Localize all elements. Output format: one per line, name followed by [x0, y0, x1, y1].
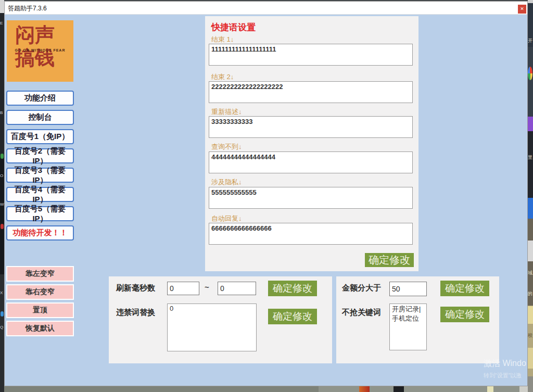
banned-words-textarea[interactable]: 0	[167, 304, 257, 351]
app-logo: 闷声 搞钱 GO ON WITHOUT FEAR	[7, 20, 73, 82]
desktop-icon-fragment	[528, 67, 532, 80]
end2-textarea[interactable]: 2222222222222222222	[209, 81, 413, 103]
desktop-fragment: E	[0, 21, 4, 26]
refresh-min-input[interactable]	[167, 282, 199, 295]
amount-confirm-button[interactable]: 确定修改	[440, 281, 489, 296]
sidebar-item-in-development[interactable]: 功能待开发！！	[6, 225, 74, 241]
keywords-textarea[interactable]: 开房记录| 手机定位	[389, 304, 427, 350]
logo-text-top: 闷声	[7, 23, 73, 46]
field-label-redescribe: 重新描述↓	[211, 107, 242, 117]
narrow-left-button[interactable]: 靠左变窄	[6, 266, 74, 282]
not-found-textarea[interactable]: 44444444444444444	[209, 151, 413, 173]
redescribe-textarea[interactable]: 33333333333	[209, 116, 413, 138]
pin-top-button[interactable]: 置顶	[6, 302, 74, 318]
end1-textarea[interactable]: 1111111111111111111	[209, 44, 413, 66]
desktop-icon-fragment	[394, 386, 404, 392]
window-title: 答题助手7.3.6	[8, 4, 47, 13]
window-client-area: 闷声 搞钱 GO ON WITHOUT FEAR 功能介绍 控制台 百度号1（免…	[5, 15, 527, 386]
keywords-confirm-button[interactable]: 确定修改	[440, 307, 489, 322]
desktop-fragment: X	[0, 290, 4, 295]
sidebar-item-baidu2[interactable]: 百度号2（需要IP）	[6, 148, 74, 163]
desktop-icon-fragment	[528, 306, 533, 324]
desktop-fragment: 域	[528, 270, 533, 276]
desktop-fragment: 的	[528, 290, 533, 297]
amount-label: 金额分大于	[342, 283, 381, 293]
desktop-fragment: 开	[528, 37, 533, 44]
sidebar-item-feature-intro[interactable]: 功能介绍	[6, 91, 74, 106]
logo-subtitle: GO ON WITHOUT FEAR	[7, 48, 73, 52]
desktop-icon-fragment	[519, 386, 528, 392]
refresh-confirm-button[interactable]: 确定修改	[268, 281, 317, 296]
field-label-end2: 结束 2↓	[211, 72, 234, 82]
quick-confirm-button[interactable]: 确定修改	[365, 253, 414, 267]
field-label-privacy: 涉及隐私↓	[211, 178, 242, 187]
refresh-ms-label: 刷新毫秒数	[116, 283, 155, 293]
desktop-icon-fragment	[1, 154, 4, 159]
desktop-fragment: W	[0, 202, 4, 207]
desktop-right-strip: 开 里 域 的 校	[528, 0, 533, 392]
desktop-icon-fragment	[528, 241, 533, 261]
desktop-icon-fragment	[359, 386, 370, 392]
quick-phrases-title: 快捷语设置	[211, 21, 256, 33]
desktop-icon-fragment	[528, 198, 533, 219]
narrow-right-button[interactable]: 靠右变窄	[6, 284, 74, 300]
desktop-fragment: 校	[528, 332, 533, 339]
refresh-settings-panel: 刷新毫秒数 ~ 确定修改 违禁词替换 0 确定修改	[109, 276, 332, 363]
field-label-end1: 结束 1↓	[211, 35, 234, 44]
desktop-icon-fragment	[487, 386, 493, 392]
keywords-label: 不抢关键词	[342, 308, 381, 318]
close-button[interactable]: ✕	[518, 5, 526, 14]
refresh-max-input[interactable]	[218, 282, 256, 295]
restore-default-button[interactable]: 恢复默认	[6, 321, 74, 336]
windows-activation-watermark: 激活 Windo 转到“设置”以激	[484, 358, 530, 380]
desktop-left-strip: E B O W X Q	[0, 0, 4, 392]
app-window: 答题助手7.3.6 ✕ 闷声 搞钱 GO ON WITHOUT FEAR 功能介…	[4, 1, 528, 386]
auto-reply-textarea[interactable]: 6666666666666666	[209, 223, 413, 245]
privacy-textarea[interactable]: 555555555555	[209, 187, 413, 209]
sidebar-item-baidu3[interactable]: 百度号3（需要IP）	[6, 168, 74, 183]
sidebar-item-baidu5[interactable]: 百度号5（需要IP）	[6, 206, 74, 221]
sidebar-item-baidu1[interactable]: 百度号1（免IP）	[6, 129, 74, 144]
desktop-fragment: 里	[528, 154, 533, 161]
desktop-icon-fragment	[1, 224, 4, 229]
desktop-icon-fragment	[528, 117, 533, 131]
close-icon: ✕	[520, 7, 524, 11]
field-label-auto-reply: 自动回复↓	[211, 214, 242, 223]
desktop-fragment: B	[0, 110, 4, 115]
tilde-separator: ~	[205, 283, 209, 292]
amount-input[interactable]	[389, 282, 427, 296]
watermark-line1: 激活 Windo	[484, 358, 530, 369]
sidebar-item-baidu4[interactable]: 百度号4（需要IP）	[6, 187, 74, 202]
grab-settings-panel: 金额分大于 确定修改 不抢关键词 开房记录| 手机定位 确定修改	[336, 276, 499, 363]
field-label-not-found: 查询不到↓	[211, 142, 242, 151]
desktop-bottom-strip	[4, 386, 528, 392]
titlebar: 答题助手7.3.6 ✕	[5, 2, 527, 15]
desktop-fragment: Q	[0, 325, 4, 330]
watermark-line2: 转到“设置”以激	[484, 372, 530, 380]
desktop-icon-fragment	[1, 311, 4, 317]
quick-phrases-panel: 快捷语设置 结束 1↓ 1111111111111111111 结束 2↓ 22…	[205, 16, 418, 271]
banned-confirm-button[interactable]: 确定修改	[268, 309, 317, 324]
desktop-fragment: O	[0, 173, 4, 178]
sidebar-item-console[interactable]: 控制台	[6, 110, 74, 125]
banned-words-label: 违禁词替换	[116, 308, 155, 318]
